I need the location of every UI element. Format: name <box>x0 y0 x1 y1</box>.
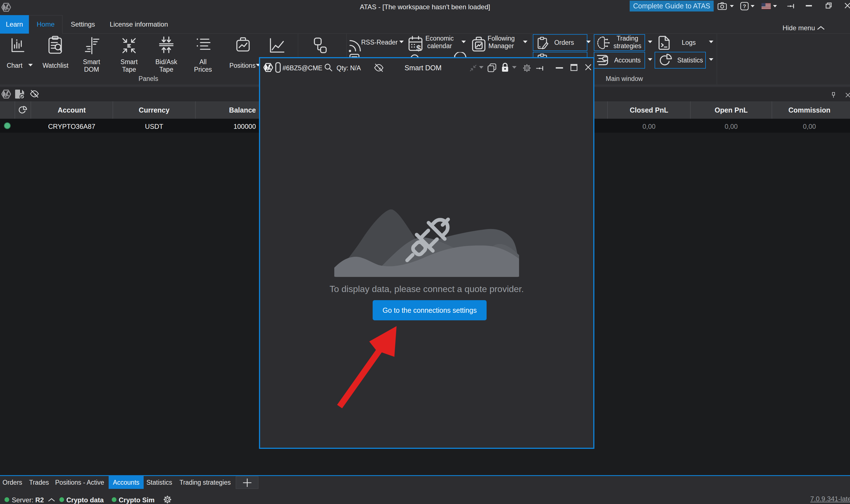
svg-text:?: ? <box>743 3 746 9</box>
